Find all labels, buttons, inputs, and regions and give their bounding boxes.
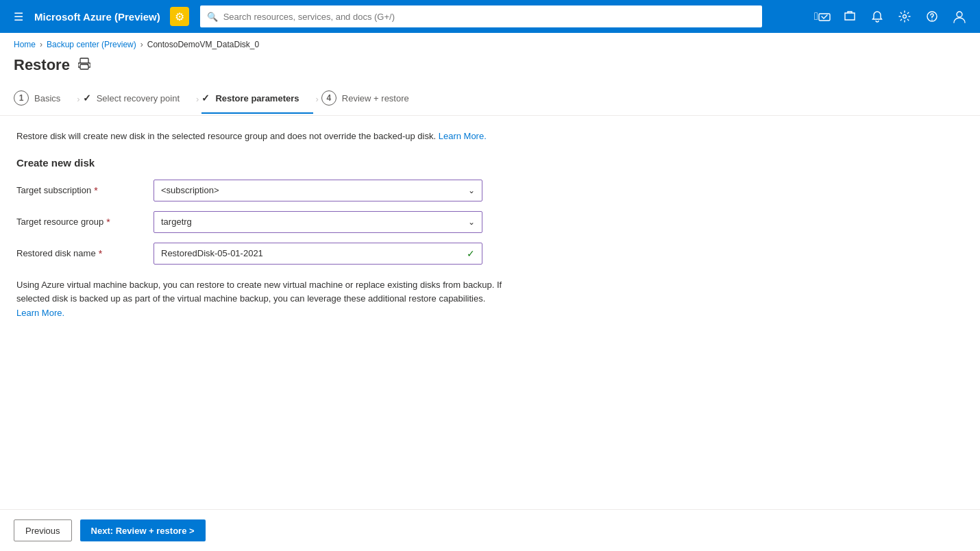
azure-badge-icon: ⚙ [170, 7, 189, 26]
topbar: ☰ Microsoft Azure (Preview) ⚙ 🔍  [0, 0, 980, 33]
notifications-icon[interactable] [865, 4, 890, 29]
subscription-value: <subscription> [161, 185, 468, 195]
breadcrumb-backup-center[interactable]: Backup center (Preview) [47, 40, 136, 49]
breadcrumb-home[interactable]: Home [14, 40, 36, 49]
subscription-control: <subscription> ⌄ [154, 180, 482, 201]
wizard-step-restore-params[interactable]: ✓ Restore parameters [201, 84, 313, 113]
search-box[interactable]: 🔍 [200, 5, 762, 27]
search-input[interactable] [223, 12, 755, 22]
account-icon[interactable] [947, 4, 972, 29]
svg-rect-5 [80, 58, 88, 63]
step-num-4: 4 [321, 90, 336, 106]
required-marker-subscription: * [94, 185, 97, 196]
help-icon[interactable] [920, 4, 944, 29]
svg-rect-0 [819, 14, 830, 21]
form-row-resource-group: Target resource group * targetrg ⌄ [16, 211, 964, 233]
breadcrumb-sep-1: › [40, 40, 42, 49]
step-label-recovery: Select recovery point [97, 93, 180, 103]
form-row-subscription: Target subscription * <subscription> ⌄ [16, 180, 964, 201]
breadcrumb-current: ContosoDemoVM_DataDisk_0 [147, 40, 259, 49]
section-title: Create new disk [16, 157, 964, 169]
breadcrumb: Home › Backup center (Preview) › Contoso… [0, 33, 980, 52]
required-marker-resource-group: * [106, 217, 110, 228]
subscription-chevron-icon: ⌄ [468, 186, 475, 195]
wizard-step-review[interactable]: 4 Review + restore [321, 82, 423, 115]
required-marker-disk-name: * [99, 248, 102, 259]
label-disk-name: Restored disk name * [16, 248, 154, 259]
step-label-restore-params: Restore parameters [215, 93, 299, 103]
disk-name-input-wrapper: ✓ [154, 243, 482, 265]
next-button[interactable]: Next: Review + restore > [80, 519, 206, 541]
resource-group-chevron-icon: ⌄ [468, 217, 475, 227]
page-title: Restore [14, 56, 70, 74]
additional-info: Using Azure virtual machine backup, you … [16, 278, 510, 321]
breadcrumb-sep-2: › [140, 40, 143, 49]
svg-point-3 [931, 19, 933, 21]
footer: Previous Next: Review + restore > [0, 509, 980, 551]
resource-group-value: targetrg [161, 217, 468, 227]
form-row-disk-name: Restored disk name * ✓ [16, 243, 964, 265]
hamburger-menu[interactable]: ☰ [8, 6, 29, 27]
step-label-basics: Basics [34, 93, 60, 103]
search-icon: 🔍 [207, 12, 218, 22]
label-subscription: Target subscription * [16, 185, 154, 196]
wizard-step-recovery[interactable]: ✓ Select recovery point [83, 84, 193, 113]
previous-button[interactable]: Previous [14, 519, 72, 541]
directory-icon[interactable] [837, 4, 862, 29]
cloud-shell-icon[interactable]:  [810, 4, 835, 29]
topbar-icon-group:  [810, 4, 972, 29]
step-check-recovery: ✓ [83, 93, 91, 103]
settings-icon[interactable] [892, 4, 917, 29]
svg-point-1 [903, 15, 907, 19]
info-learn-more-link[interactable]: Learn More. [439, 131, 487, 141]
resource-group-control: targetrg ⌄ [154, 211, 482, 233]
print-icon[interactable] [78, 58, 90, 73]
wizard-step-basics[interactable]: 1 Basics [14, 82, 74, 115]
subscription-select[interactable]: <subscription> ⌄ [154, 180, 482, 201]
svg-point-4 [957, 12, 962, 17]
disk-name-control: ✓ [154, 243, 482, 265]
step-label-review: Review + restore [342, 93, 409, 103]
wizard-steps: 1 Basics › ✓ Select recovery point › ✓ R… [0, 82, 980, 116]
main-content: Restore disk will create new disk in the… [0, 116, 980, 509]
svg-point-7 [87, 64, 88, 66]
disk-name-valid-icon: ✓ [467, 248, 475, 259]
info-text: Restore disk will create new disk in the… [16, 130, 964, 143]
app-title: Microsoft Azure (Preview) [34, 11, 160, 23]
label-resource-group: Target resource group * [16, 217, 154, 228]
step-check-restore-params: ✓ [201, 93, 210, 103]
additional-learn-more-link[interactable]: Learn More. [16, 308, 64, 318]
resource-group-select[interactable]: targetrg ⌄ [154, 211, 482, 233]
page-header: Restore [0, 52, 980, 82]
step-num-1: 1 [14, 90, 29, 106]
disk-name-input[interactable] [161, 248, 467, 258]
